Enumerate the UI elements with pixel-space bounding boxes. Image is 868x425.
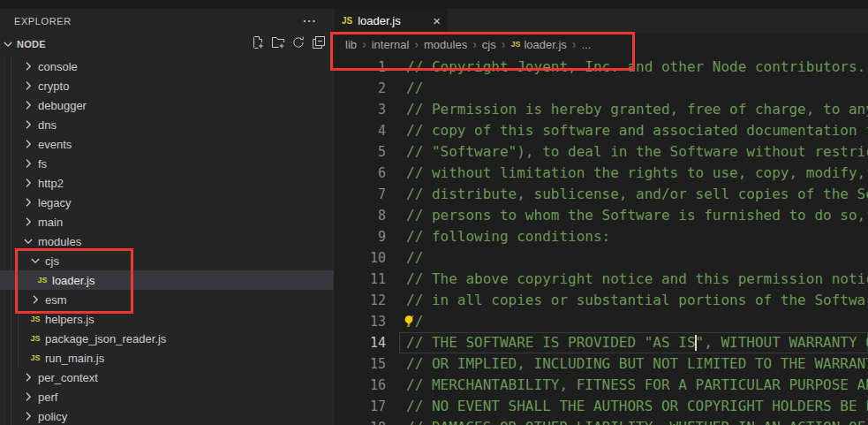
new-file-button[interactable] <box>250 36 266 52</box>
code-line-12[interactable]: 12// in all copies or substantial portio… <box>334 290 868 311</box>
breadcrumb-label: cjs <box>482 38 496 51</box>
collapse-all-icon <box>312 35 326 53</box>
code-line-4[interactable]: 4// copy of this software and associated… <box>334 120 868 141</box>
breadcrumb-item-internal[interactable]: internal <box>372 38 410 51</box>
js-file-icon: JS <box>28 312 42 326</box>
chevron-right-icon <box>21 137 35 151</box>
code-line-14[interactable]: 14// THE SOFTWARE IS PROVIDED "AS IS", W… <box>334 332 868 353</box>
line-number: 14 <box>334 332 386 353</box>
chevron-right-icon <box>21 409 35 423</box>
line-number: 3 <box>334 99 386 120</box>
tree-item-run-main-js[interactable]: JSrun_main.js <box>0 348 334 368</box>
tree-item-label: dns <box>38 118 57 132</box>
line-number: 16 <box>334 375 386 396</box>
vscode-window: EXPLORER ⋯ NODE consolecryptodebuggerdns… <box>0 0 868 425</box>
code-line-13[interactable]: 13// <box>334 311 868 332</box>
tree-item-label: cjs <box>45 254 59 268</box>
code-line-11[interactable]: 11// The above copyright notice and this… <box>334 269 868 290</box>
comment-text: // Permission is hereby granted, free of… <box>386 99 868 120</box>
code-line-18[interactable]: 18// DAMAGES OR OTHER LIABILITY, WHETHER… <box>334 417 868 425</box>
tree-item-esm[interactable]: esm <box>0 290 334 309</box>
line-number: 7 <box>334 184 386 205</box>
more-actions-icon[interactable]: ⋯ <box>302 17 316 26</box>
comment-text: // <box>386 247 423 269</box>
code-line-9[interactable]: 9// following conditions: <box>334 226 868 247</box>
tree-item-loader-js[interactable]: JSloader.js <box>0 270 334 290</box>
tree-item-label: main <box>38 216 63 229</box>
line-number: 2 <box>334 78 386 99</box>
code-area[interactable]: 1// Copyright Joyent, Inc. and other Nod… <box>334 57 868 425</box>
chevron-separator-icon: › <box>472 37 477 51</box>
code-line-16[interactable]: 16// MERCHANTABILITY, FITNESS FOR A PART… <box>334 375 868 396</box>
breadcrumb-item-modules[interactable]: modules <box>424 38 467 51</box>
breadcrumb-item-loader-js[interactable]: JSloader.js <box>510 38 566 51</box>
code-line-10[interactable]: 10// <box>334 247 868 269</box>
code-line-6[interactable]: 6// without limitation the rights to use… <box>334 163 868 184</box>
close-icon[interactable]: × <box>433 14 441 27</box>
code-line-7[interactable]: 7// distribute, sublicense, and/or sell … <box>334 184 868 205</box>
breadcrumb-item-lib[interactable]: lib <box>345 38 357 51</box>
code-line-3[interactable]: 3// Permission is hereby granted, free o… <box>334 99 868 120</box>
tree-item-modules[interactable]: modules <box>0 231 334 251</box>
tree-item-debugger[interactable]: debugger <box>0 95 334 115</box>
code-line-1[interactable]: 1// Copyright Joyent, Inc. and other Nod… <box>334 57 868 78</box>
line-number: 12 <box>334 290 386 311</box>
comment-text: // THE SOFTWARE IS PROVIDED "AS IS", WIT… <box>386 332 868 353</box>
breadcrumb-label: ... <box>581 38 591 51</box>
comment-text: // Copyright Joyent, Inc. and other Node… <box>386 57 865 78</box>
tree-item-fs[interactable]: fs <box>0 154 334 173</box>
code-line-15[interactable]: 15// OR IMPLIED, INCLUDING BUT NOT LIMIT… <box>334 353 868 375</box>
code-line-17[interactable]: 17// NO EVENT SHALL THE AUTHORS OR COPYR… <box>334 396 868 417</box>
tab-loader-js[interactable]: JS loader.js × <box>334 9 448 33</box>
tree-item-cjs[interactable]: cjs <box>0 251 334 270</box>
refresh-icon <box>291 35 306 53</box>
tree-item-package-json-reader-js[interactable]: JSpackage_json_reader.js <box>0 329 334 348</box>
breadcrumb-label: modules <box>424 38 467 51</box>
tree-item-dns[interactable]: dns <box>0 115 334 134</box>
comment-text: // DAMAGES OR OTHER LIABILITY, WHETHER I… <box>386 417 868 425</box>
tree-item-label: modules <box>38 235 81 248</box>
code-line-8[interactable]: 8// persons to whom the Software is furn… <box>334 205 868 226</box>
collapse-all-button[interactable] <box>311 36 327 52</box>
line-number: 5 <box>334 141 386 163</box>
comment-text: // NO EVENT SHALL THE AUTHORS OR COPYRIG… <box>386 396 868 417</box>
line-number: 1 <box>334 57 386 78</box>
text-cursor <box>695 335 697 351</box>
line-number: 4 <box>334 120 386 141</box>
comment-text: // in all copies or substantial portions… <box>386 290 868 311</box>
line-number: 9 <box>334 226 386 247</box>
breadcrumb-label: loader.js <box>524 38 566 51</box>
tree-item-legacy[interactable]: legacy <box>0 193 334 212</box>
line-number: 18 <box>334 417 386 425</box>
new-folder-button[interactable] <box>270 36 286 52</box>
tree-item-policy[interactable]: policy <box>0 406 334 425</box>
breadcrumb-item-[interactable]: ... <box>581 38 591 51</box>
tree-item-events[interactable]: events <box>0 134 334 154</box>
tree-item-http2[interactable]: http2 <box>0 173 334 193</box>
chevron-right-icon <box>21 59 35 73</box>
section-header-node[interactable]: NODE <box>0 34 334 55</box>
chevron-right-icon <box>21 195 35 209</box>
js-file-icon: JS <box>35 273 49 287</box>
code-line-2[interactable]: 2// <box>334 78 868 99</box>
lightbulb-icon[interactable] <box>402 314 416 328</box>
tree-item-main[interactable]: main <box>0 212 334 231</box>
line-number: 13 <box>334 311 386 332</box>
tree-item-perf[interactable]: perf <box>0 387 334 406</box>
line-number: 10 <box>334 247 386 269</box>
breadcrumb-item-cjs[interactable]: cjs <box>482 38 496 51</box>
comment-text: // <box>386 311 423 332</box>
tree-item-helpers-js[interactable]: JShelpers.js <box>0 309 334 329</box>
line-number: 15 <box>334 353 386 375</box>
tree-item-per-context[interactable]: per_context <box>0 368 334 387</box>
code-line-5[interactable]: 5// "Software"), to deal in the Software… <box>334 141 868 163</box>
js-file-icon: JS <box>28 351 42 365</box>
new-file-icon <box>251 35 265 53</box>
js-file-icon: JS <box>28 331 42 345</box>
tree-item-console[interactable]: console <box>0 57 334 76</box>
refresh-button[interactable] <box>291 36 306 52</box>
chevron-down-icon <box>28 254 42 268</box>
chevron-right-icon <box>21 215 35 229</box>
tree-item-crypto[interactable]: crypto <box>0 76 334 95</box>
tree-item-label: fs <box>38 157 47 171</box>
